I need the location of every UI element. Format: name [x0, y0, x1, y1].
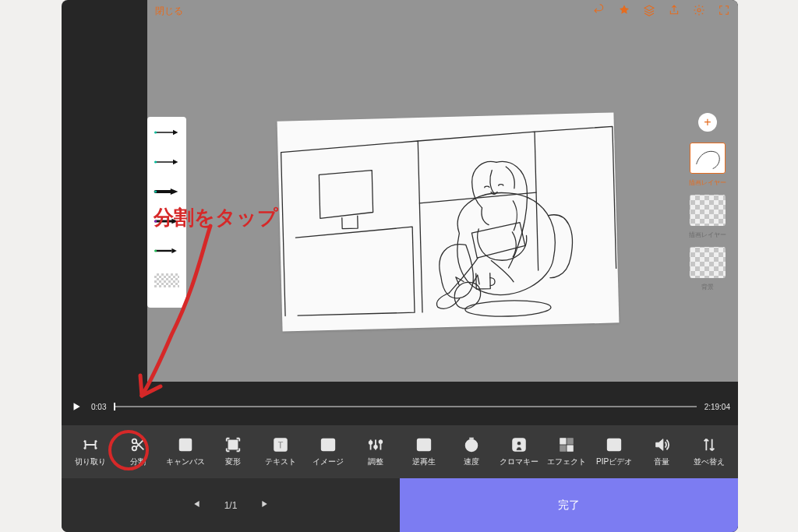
tool-reorder[interactable]: 並べ替え: [687, 436, 732, 467]
svg-rect-25: [567, 446, 573, 451]
svg-text:T: T: [277, 440, 284, 451]
tool-pip[interactable]: PIPビデオ: [591, 436, 637, 467]
undo-icon[interactable]: [593, 4, 606, 19]
settings-icon[interactable]: [693, 4, 705, 19]
layer-thumb-2[interactable]: [690, 195, 726, 226]
svg-rect-22: [560, 439, 566, 444]
play-button[interactable]: [69, 400, 83, 414]
pager-next[interactable]: [260, 499, 271, 512]
tool-speed[interactable]: 速度: [449, 436, 494, 467]
tool-image-label: イメージ: [312, 456, 344, 467]
tool-chroma[interactable]: クロマキー: [496, 436, 542, 467]
svg-point-4: [154, 220, 157, 222]
svg-point-21: [517, 441, 521, 446]
canvas-topbar: 閉じる: [147, 0, 738, 22]
tool-effect[interactable]: エフェクト: [544, 436, 589, 467]
pager-page: 1/1: [224, 500, 238, 511]
tool-trim-label: 切り取り: [75, 456, 106, 467]
brush-eraser[interactable]: [153, 271, 181, 290]
app-window: 閉じる: [62, 0, 738, 532]
layer-label-3: 背景: [701, 283, 714, 291]
layer-label-2: 描画レイヤー: [689, 231, 726, 239]
svg-point-5: [154, 249, 157, 252]
time-total: 2:19:04: [704, 403, 730, 411]
tool-text-label: テキスト: [265, 456, 296, 467]
layer-thumb-1[interactable]: [690, 143, 726, 174]
svg-point-0: [697, 9, 701, 12]
tool-reorder-label: 並べ替え: [694, 456, 725, 467]
svg-point-2: [154, 160, 157, 163]
add-layer-button[interactable]: +: [698, 113, 717, 132]
share-icon[interactable]: [668, 4, 680, 19]
svg-point-3: [154, 190, 157, 192]
tool-toolbar: 切り取り 分割 キャンバス 変形 T テキスト イメージ 調整 逆再生: [62, 425, 738, 478]
tool-volume[interactable]: 音量: [639, 436, 684, 467]
layer-thumb-3[interactable]: [690, 247, 726, 278]
svg-point-15: [369, 441, 373, 444]
topbar-actions: [593, 4, 730, 19]
svg-point-16: [375, 446, 378, 449]
tool-text[interactable]: T テキスト: [258, 436, 303, 467]
tool-reverse[interactable]: 逆再生: [401, 436, 447, 467]
tool-reverse-label: 逆再生: [412, 456, 436, 467]
brush-1[interactable]: [153, 123, 181, 142]
brush-3[interactable]: [153, 182, 181, 201]
tool-volume-label: 音量: [654, 456, 669, 467]
brush-2[interactable]: [153, 153, 181, 171]
tool-image[interactable]: イメージ: [305, 436, 351, 467]
tool-adjust[interactable]: 調整: [353, 436, 398, 467]
timeline: 0:03 2:19:04: [69, 396, 730, 417]
tool-canvas[interactable]: キャンバス: [163, 436, 208, 467]
svg-rect-23: [567, 439, 573, 444]
timeline-track[interactable]: [114, 406, 696, 407]
brush-panel: [147, 117, 186, 308]
pager: 1/1: [62, 478, 400, 532]
time-current: 0:03: [91, 403, 106, 411]
canvas-drawing[interactable]: [277, 112, 620, 331]
layer-label-1: 描画レイヤー: [689, 178, 726, 187]
svg-point-14: [325, 442, 328, 445]
pager-prev[interactable]: [190, 499, 201, 512]
tool-split-label: 分割: [130, 456, 146, 467]
fullscreen-icon[interactable]: [718, 4, 730, 19]
svg-point-17: [380, 441, 383, 444]
tool-trim[interactable]: 切り取り: [68, 436, 113, 467]
brush-5[interactable]: [153, 241, 181, 260]
tool-pip-label: PIPビデオ: [596, 456, 632, 467]
done-button[interactable]: 完了: [400, 478, 738, 532]
brush-settings-icon[interactable]: [618, 4, 630, 19]
tool-speed-label: 速度: [464, 456, 479, 467]
svg-rect-27: [614, 444, 619, 449]
brush-4[interactable]: [153, 212, 181, 231]
tool-split[interactable]: 分割: [115, 436, 161, 467]
svg-rect-10: [228, 441, 237, 449]
tool-transform[interactable]: 変形: [210, 436, 256, 467]
close-button[interactable]: 閉じる: [155, 5, 183, 18]
tool-canvas-label: キャンバス: [166, 456, 205, 467]
bottom-bar: 1/1 完了: [62, 478, 738, 532]
svg-point-1: [154, 131, 157, 133]
layers-icon[interactable]: [643, 4, 655, 19]
tool-transform-label: 変形: [225, 456, 241, 467]
layer-panel: + 描画レイヤー 描画レイヤー 背景: [685, 113, 730, 291]
tool-adjust-label: 調整: [368, 456, 383, 467]
tool-chroma-label: クロマキー: [500, 456, 538, 467]
svg-rect-24: [560, 446, 566, 451]
tool-effect-label: エフェクト: [547, 456, 586, 467]
